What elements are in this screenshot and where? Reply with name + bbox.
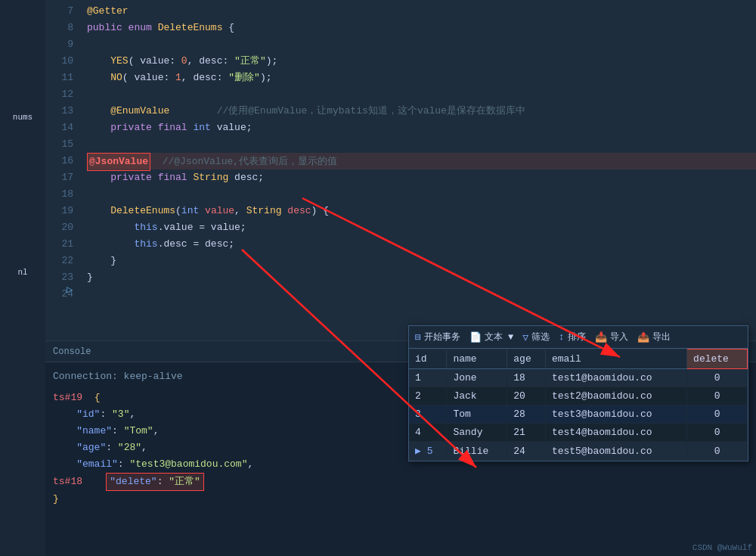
sidebar: nums nl <box>0 0 45 556</box>
col-delete: delete <box>687 349 748 369</box>
cell-delete: 0 <box>687 442 748 461</box>
code-line-20: this.value = value; <box>87 219 756 236</box>
cell-name: Jone <box>447 369 507 387</box>
sidebar-label-nums: nums <box>0 110 45 125</box>
code-line-18 <box>87 186 756 203</box>
cell-age: 24 <box>507 442 546 461</box>
db-btn-import[interactable]: 📥 导入 <box>595 331 628 343</box>
transaction-icon: ⊟ <box>415 331 421 343</box>
sort-label: 排序 <box>568 331 586 343</box>
csdn-watermark: CSDN @WuWulf <box>692 543 752 552</box>
table-row: ▶ 5 Billie 24 test5@baomidou.co 0 <box>409 442 748 461</box>
cell-email: test1@baomidou.co <box>545 369 686 387</box>
filter-label: 筛选 <box>531 331 550 343</box>
cell-id: 4 <box>409 424 447 442</box>
export-label: 导出 <box>652 331 671 343</box>
filter-icon: ▽ <box>522 331 528 343</box>
db-btn-export[interactable]: 📤 导出 <box>637 331 671 343</box>
json-line-delete: ts#18 "delete": "正常" <box>53 473 748 491</box>
table-row-tom: 3 Tom 28 test3@baomidou.co 0 <box>409 405 748 424</box>
cell-delete: 0 <box>687 369 748 387</box>
code-line-22: } <box>87 253 756 269</box>
text-icon: 📄 <box>469 331 482 343</box>
db-table: id name age email delete 1 Jone 18 test1… <box>409 349 748 461</box>
import-icon: 📥 <box>595 331 607 343</box>
cell-name: Billie <box>447 442 507 461</box>
db-table-overlay: ⊟ 开始事务 📄 文本 ▼ ▽ 筛选 ↕ 排序 📥 导入 📤 导出 id nam… <box>408 325 748 461</box>
cell-email: test2@baomidou.co <box>545 387 686 405</box>
cell-delete: 0 <box>687 424 748 442</box>
transaction-label: 开始事务 <box>424 331 460 343</box>
code-line-15 <box>87 136 756 153</box>
table-row: 2 Jack 20 test2@baomidou.co 0 <box>409 387 748 405</box>
cell-id: 1 <box>409 369 447 387</box>
code-content: @Getter public enum DeleteEnums { YES( v… <box>79 0 756 340</box>
code-line-9 <box>87 36 756 53</box>
code-line-8: public enum DeleteEnums { <box>87 20 756 36</box>
cell-id: 2 <box>409 387 447 405</box>
cell-age: 28 <box>507 405 546 424</box>
cell-id: ▶ 5 <box>409 442 447 461</box>
code-line-16: @JsonValue //@JsonValue,代表查询后，显示的值 <box>87 153 756 169</box>
cell-email: test3@baomidou.co <box>545 405 686 424</box>
col-name: name <box>447 349 507 369</box>
json-line-close: } <box>53 491 748 508</box>
cell-id: 3 <box>409 405 447 424</box>
code-line-21: this.desc = desc; <box>87 236 756 253</box>
cell-delete: 0 <box>687 405 748 424</box>
cell-age: 18 <box>507 369 546 387</box>
code-line-24 <box>87 286 756 303</box>
cell-email: test5@baomidou.co <box>545 442 686 461</box>
code-line-10: YES( value: 0, desc: "正常"); <box>87 53 756 70</box>
terminal-tab: Console <box>53 346 91 357</box>
code-line-14: private final int value; <box>87 120 756 136</box>
export-icon: 📤 <box>637 331 649 343</box>
debug-arrow-19: ▷ <box>67 283 73 296</box>
code-line-7: @Getter <box>87 3 756 20</box>
code-line-11: NO( value: 1, desc: "删除"); <box>87 70 756 86</box>
db-toolbar: ⊟ 开始事务 📄 文本 ▼ ▽ 筛选 ↕ 排序 📥 导入 📤 导出 <box>409 326 748 349</box>
code-line-17: private final String desc; <box>87 169 756 186</box>
code-line-12 <box>87 86 756 103</box>
db-btn-transaction[interactable]: ⊟ 开始事务 <box>415 331 460 343</box>
code-editor[interactable]: 7 8 9 10 11 12 13 14 15 16 17 18 19▷ 20 … <box>45 0 756 340</box>
col-age: age <box>507 349 546 369</box>
col-email: email <box>545 349 686 369</box>
cell-age: 20 <box>507 387 546 405</box>
cell-delete: 0 <box>687 387 748 405</box>
db-btn-sort[interactable]: ↕ 排序 <box>559 331 586 343</box>
code-line-23: } <box>87 269 756 286</box>
cell-name: Jack <box>447 387 507 405</box>
table-row: 4 Sandy 21 test4@baomidou.co 0 <box>409 424 748 442</box>
code-line-13: @EnumValue //使用@EnumValue，让mybatis知道，这个v… <box>87 103 756 120</box>
cell-email: test4@baomidou.co <box>545 424 686 442</box>
db-btn-filter[interactable]: ▽ 筛选 <box>522 331 550 343</box>
code-line-19: DeleteEnums(int value, String desc) { <box>87 203 756 219</box>
sidebar-label-nl: nl <box>0 265 45 280</box>
db-btn-text[interactable]: 📄 文本 ▼ <box>469 331 513 343</box>
cell-name: Tom <box>447 405 507 424</box>
line-numbers: 7 8 9 10 11 12 13 14 15 16 17 18 19▷ 20 … <box>45 0 79 340</box>
sort-icon: ↕ <box>559 331 565 343</box>
table-row: 1 Jone 18 test1@baomidou.co 0 <box>409 369 748 387</box>
col-id: id <box>409 349 447 369</box>
import-label: 导入 <box>610 331 628 343</box>
text-label: 文本 ▼ <box>485 331 513 343</box>
cell-age: 21 <box>507 424 546 442</box>
cell-name: Sandy <box>447 424 507 442</box>
